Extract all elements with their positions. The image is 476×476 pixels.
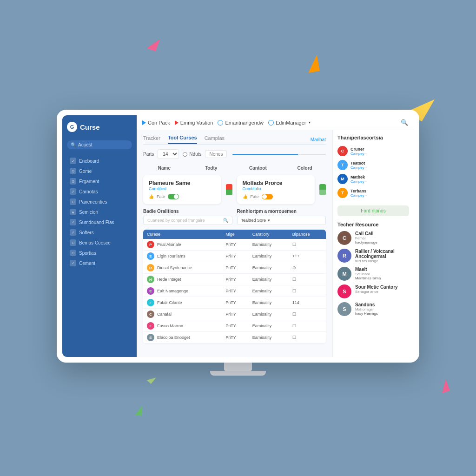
table-row: E Elacoloa Enooget PriTY Eamioality ☐ — [143, 332, 326, 344]
td-cat[interactable]: Eamioality — [249, 297, 289, 309]
card-action-btn[interactable] — [226, 175, 232, 204]
sidebar-item-gome[interactable]: ⊙Gome — [67, 166, 132, 176]
cat-icon: T — [337, 188, 348, 198]
table-header-row: Curese Mige Caratiory Bipanose — [143, 230, 326, 239]
chevron-down-icon-2: ▾ — [268, 218, 270, 223]
main-content: Con Pack Emmg Vastion Emantnangendw — [137, 115, 414, 357]
td-cat[interactable]: Eamioality — [249, 332, 289, 344]
tab-tracker[interactable]: Tracker — [143, 135, 160, 144]
search-button[interactable]: 🔍 — [401, 119, 408, 126]
avatar: R — [337, 249, 351, 263]
row-name: Dirical Syntenance — [157, 265, 192, 270]
cat-icon: C — [337, 146, 348, 156]
td-cat[interactable]: Eamioality — [249, 251, 289, 262]
td-extra: 114 — [289, 297, 326, 309]
td-mige: PriTY — [222, 274, 249, 285]
resource-info: Rallier / Voiccanal Ancoingermal wirt fi… — [355, 249, 409, 263]
student-name-0: Plameure Same — [149, 180, 216, 186]
card-action-btn-1[interactable] — [319, 175, 326, 204]
category-item-terbans[interactable]: T Terbans Campey › — [337, 186, 409, 200]
row-icon: F — [147, 299, 154, 306]
td-cat[interactable]: Eamioality — [249, 274, 289, 285]
row-name: Hede Intaget — [157, 277, 181, 282]
td-cat[interactable]: Eamioality — [249, 239, 289, 251]
table-row: E Elgin Tourilams PriTY Eamioality +++ — [143, 251, 326, 262]
radio-nduts[interactable]: Nduts — [183, 152, 201, 157]
col-cantoot: Cantoot — [237, 165, 279, 171]
sidebar-search[interactable]: 🔍 — [67, 140, 132, 149]
resource-item-maelt: M Maelt Sctunool Mantimas Sima — [337, 267, 409, 281]
resource-company: hasy Haemgs — [355, 311, 409, 316]
brand-name: Curse — [80, 123, 100, 131]
sidebar-item-icon: ✓ — [70, 158, 76, 164]
table-row: E Ealt Namagenge PriTY Eamioality ☐ — [143, 285, 326, 297]
student-status-1: Comtifolio — [243, 186, 310, 191]
toggle-1[interactable] — [262, 194, 273, 199]
sidebar-item-bemas-coesce[interactable]: ⊙Bemas Coesce — [67, 238, 132, 248]
section-placeholder-0: Cuaneed by conpned frangaire — [147, 218, 205, 223]
cat-info: Terbans Campey › — [350, 189, 409, 198]
sidebar-item-icon: ✓ — [70, 188, 76, 195]
col-name: Name — [143, 165, 185, 171]
sidebar-item-semicion[interactable]: ▲Semicion — [67, 207, 132, 217]
category-item-crüner[interactable]: C Crüner Campey › — [337, 144, 409, 158]
dropdown-btn-1[interactable]: Tealtred Sore ▾ — [237, 216, 326, 225]
section-badie: Badie Oralitions Cuaneed by conpned fran… — [143, 209, 232, 225]
cat-name: Matbek — [350, 175, 409, 179]
td-cat[interactable]: Eamioality — [249, 320, 289, 332]
radio-label: Nduts — [189, 152, 201, 157]
thumb-icon-0: 👍 — [149, 194, 154, 199]
resource-role: Sctunool — [355, 272, 409, 276]
student-card-1: Mollads Prorce Comtifolio 👍 Fate — [237, 175, 315, 204]
brand-logo: G Curse — [67, 122, 132, 132]
student-card-0: Plameure Same Comtified 👍 Fate — [143, 175, 221, 204]
tab-camplas[interactable]: Camplas — [205, 135, 225, 144]
sidebar-item-sumdouand-flas[interactable]: ✓Sumdouand Flas — [67, 217, 132, 227]
tab-right-action[interactable]: Maribat — [311, 137, 326, 142]
sidebar: G Curse 🔍 ✓Eneboard⊙Gome⊙Ergament✓Carnot… — [62, 115, 137, 357]
monitor-stand — [57, 363, 419, 376]
sidebar-item-icon: ⊙ — [70, 178, 76, 185]
th-mige: Mige — [222, 230, 249, 239]
sidebar-item-label: Ergament — [79, 179, 99, 184]
row-icon: C — [147, 311, 154, 318]
section-input-0[interactable]: Cuaneed by conpned frangaire 🔍 — [143, 216, 232, 225]
category-item-matbek[interactable]: M Matbek Campey › — [337, 172, 409, 186]
student-cards: Plameure Same Comtified 👍 Fate — [143, 175, 326, 204]
toggle-0[interactable] — [168, 194, 179, 199]
split-btn-1[interactable] — [319, 184, 326, 195]
nav-eman[interactable]: Emantnangendw — [218, 120, 264, 126]
find-btn[interactable]: Fard ntonos — [337, 205, 409, 216]
nav-con-pack[interactable]: Con Pack — [142, 120, 170, 126]
sidebar-item-panenconties[interactable]: ⊙Panenconties — [67, 197, 132, 207]
td-name: D Dirical Syntenance — [143, 262, 222, 274]
td-cat[interactable]: Eamioality — [249, 262, 289, 274]
nav-edin[interactable]: EdinManager ▾ — [268, 120, 311, 126]
resource-name: Maelt — [355, 267, 409, 272]
resource-company: Mantimas Sima — [355, 276, 409, 280]
sidebar-item-icon: ✓ — [70, 260, 76, 266]
tab-tool-curses[interactable]: Tool Curses — [168, 135, 197, 144]
sidebar-item-ergament[interactable]: ⊙Ergament — [67, 176, 132, 186]
sidebar-item-softers[interactable]: ✓Softers — [67, 227, 132, 238]
td-name: F Fatalr Cilante — [143, 297, 222, 309]
td-extra: ☐ — [289, 274, 326, 285]
row-icon: E — [147, 252, 154, 260]
parts-select[interactable]: 14 — [158, 149, 179, 159]
td-cat[interactable]: Eamioality — [249, 285, 289, 297]
row-icon: P — [147, 241, 154, 248]
right-panel: Thaniperlascortsia C Crüner Campey › T T… — [332, 130, 414, 357]
sidebar-item-eneboard[interactable]: ✓Eneboard — [67, 156, 132, 166]
search-mini-icon: 🔍 — [223, 218, 228, 223]
category-list: C Crüner Campey › T Teatsot Campey › M M… — [337, 144, 409, 200]
radio-input[interactable] — [183, 152, 187, 157]
sidebar-item-cement[interactable]: ✓Cement — [67, 258, 132, 268]
sidebar-item-label: Sumdouand Flas — [79, 220, 114, 225]
category-item-teatsot[interactable]: T Teatsot Campey › — [337, 158, 409, 172]
search-input[interactable] — [78, 142, 128, 147]
split-btn[interactable] — [226, 184, 232, 195]
td-cat[interactable]: Eamioality — [249, 309, 289, 320]
sidebar-item-carnotas[interactable]: ✓Carnotas — [67, 186, 132, 197]
sidebar-item-sportias[interactable]: ⊙Sportias — [67, 248, 132, 258]
nav-emmg[interactable]: Emmg Vastion — [175, 120, 213, 126]
